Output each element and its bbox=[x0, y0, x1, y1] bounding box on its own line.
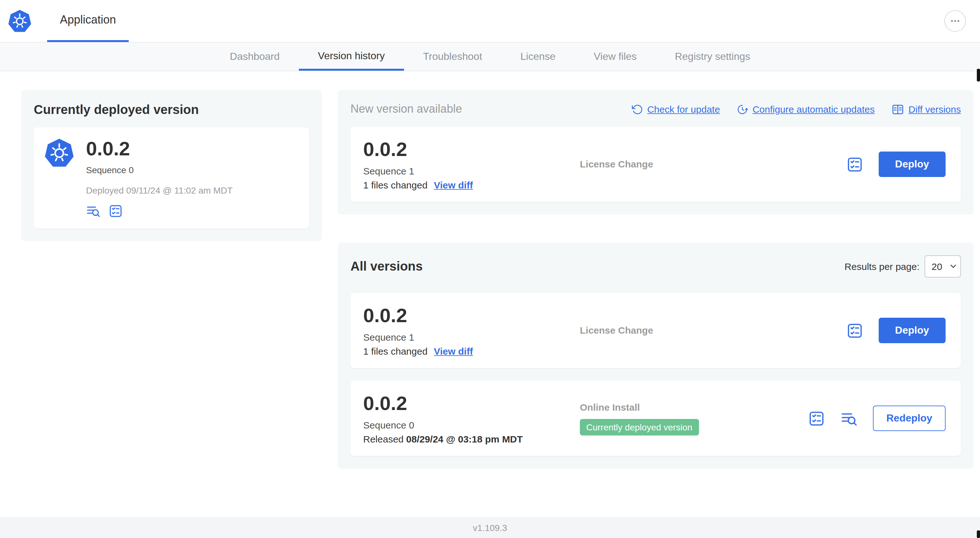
currently-deployed-card: Currently deployed version bbox=[21, 90, 322, 241]
deployed-version-actions bbox=[86, 204, 232, 218]
results-per-page-select[interactable]: 20 bbox=[924, 255, 961, 278]
files-changed-line: 1 files changed View diff bbox=[363, 179, 580, 190]
nav-tab-label: Troubleshoot bbox=[423, 51, 482, 62]
auto-update-icon bbox=[737, 103, 748, 115]
released-date: 08/29/24 @ 03:18 pm MDT bbox=[406, 433, 523, 444]
deploy-button[interactable]: Deploy bbox=[878, 318, 946, 343]
results-per-page-label: Results per page: bbox=[845, 261, 920, 272]
ellipsis-icon bbox=[949, 15, 961, 27]
all-versions-card: All versions Results per page: 20 bbox=[338, 243, 974, 468]
deployed-version-card: 0.0.2 Sequence 0 Deployed 09/11/24 @ 11:… bbox=[34, 127, 309, 229]
version-info: 0.0.2 Sequence 0 Released08/29/24 @ 03:1… bbox=[363, 392, 580, 444]
admin-console-page: Application Dashboard Version history Tr… bbox=[0, 0, 980, 538]
files-changed-label: 1 files changed bbox=[363, 346, 428, 357]
check-for-update-link[interactable]: Check for update bbox=[631, 103, 720, 115]
deployed-timestamp: Deployed 09/11/24 @ 11:02 am MDT bbox=[86, 185, 232, 195]
release-notes-icon bbox=[108, 204, 123, 218]
nav-tab-license[interactable]: License bbox=[501, 43, 574, 71]
release-notes-button[interactable] bbox=[846, 156, 863, 173]
tab-application-label: Application bbox=[60, 13, 116, 27]
nav-tab-version-history[interactable]: Version history bbox=[299, 43, 404, 71]
right-column: New version available Check for update bbox=[338, 90, 974, 468]
version-source: License Change bbox=[580, 325, 653, 335]
redeploy-button[interactable]: Redeploy bbox=[873, 406, 946, 431]
version-number: 0.0.2 bbox=[86, 138, 232, 160]
release-notes-button[interactable] bbox=[808, 410, 825, 427]
nav-tab-registry-settings[interactable]: Registry settings bbox=[655, 43, 769, 71]
release-notes-button[interactable] bbox=[108, 204, 123, 218]
version-row-actions: Deploy bbox=[846, 152, 948, 177]
released-timestamp: Released08/29/24 @ 03:18 pm MDT bbox=[363, 433, 580, 444]
tab-application[interactable]: Application bbox=[47, 0, 129, 42]
all-versions-title: All versions bbox=[350, 259, 423, 274]
scrollbar-thumb[interactable] bbox=[977, 69, 980, 81]
deploy-button[interactable]: Deploy bbox=[878, 152, 946, 177]
release-notes-icon bbox=[846, 156, 863, 173]
new-version-header: New version available Check for update bbox=[350, 103, 961, 116]
nav-tab-label: Registry settings bbox=[675, 51, 750, 62]
view-diff-link[interactable]: View diff bbox=[434, 346, 473, 357]
release-notes-icon bbox=[808, 410, 825, 427]
results-per-page-select-wrap: 20 bbox=[924, 255, 961, 278]
release-notes-icon bbox=[846, 322, 863, 339]
version-actions: Check for update Configure automatic upd… bbox=[631, 103, 961, 116]
version-info: 0.0.2 Sequence 1 1 files changed View di… bbox=[363, 304, 580, 357]
sequence-label: Sequence 0 bbox=[86, 165, 232, 175]
new-version-row: 0.0.2 Sequence 1 1 files changed View di… bbox=[350, 127, 961, 202]
app-footer: v1.109.3 bbox=[0, 517, 980, 538]
version-number: 0.0.2 bbox=[363, 304, 580, 327]
kubernetes-icon bbox=[8, 9, 32, 33]
version-source-cell: License Change bbox=[580, 325, 846, 336]
main-content: Currently deployed version bbox=[0, 71, 980, 468]
version-row-sequence-0: 0.0.2 Sequence 0 Released08/29/24 @ 03:1… bbox=[350, 381, 961, 456]
deployed-version-details: 0.0.2 Sequence 0 Deployed 09/11/24 @ 11:… bbox=[86, 138, 232, 218]
app-header: Application bbox=[0, 0, 980, 43]
nav-tab-view-files[interactable]: View files bbox=[575, 43, 656, 71]
scrollbar-thumb[interactable] bbox=[977, 530, 980, 538]
release-notes-button[interactable] bbox=[846, 322, 863, 339]
kubernetes-icon bbox=[44, 138, 75, 168]
nav-tab-label: View files bbox=[594, 51, 637, 62]
version-source: Online Install bbox=[580, 402, 808, 412]
check-for-update-label: Check for update bbox=[647, 104, 720, 114]
diff-versions-link[interactable]: Diff versions bbox=[891, 103, 961, 116]
diff-icon bbox=[891, 103, 904, 116]
new-version-card: New version available Check for update bbox=[338, 90, 974, 214]
version-row-sequence-1: 0.0.2 Sequence 1 1 files changed View di… bbox=[350, 293, 961, 368]
sequence-label: Sequence 0 bbox=[363, 420, 580, 430]
version-number: 0.0.2 bbox=[363, 392, 580, 415]
app-logo bbox=[0, 0, 41, 42]
version-info: 0.0.2 Sequence 1 1 files changed View di… bbox=[363, 138, 580, 190]
nav-tab-label: License bbox=[520, 51, 555, 62]
view-logs-button[interactable] bbox=[840, 410, 858, 427]
configure-automatic-updates-link[interactable]: Configure automatic updates bbox=[737, 103, 875, 115]
version-source-cell: Online Install Currently deployed versio… bbox=[580, 402, 808, 435]
sequence-label: Sequence 1 bbox=[363, 332, 580, 343]
nav-tab-label: Dashboard bbox=[230, 51, 280, 62]
view-logs-button[interactable] bbox=[86, 204, 101, 218]
released-prefix: Released bbox=[363, 433, 404, 444]
view-diff-link[interactable]: View diff bbox=[434, 179, 473, 190]
all-versions-header: All versions Results per page: 20 bbox=[350, 255, 961, 278]
version-source: License Change bbox=[580, 159, 653, 169]
nav-tab-troubleshoot[interactable]: Troubleshoot bbox=[404, 43, 501, 71]
results-per-page: Results per page: 20 bbox=[845, 255, 961, 278]
files-changed-line: 1 files changed View diff bbox=[363, 346, 580, 357]
version-source-cell: License Change bbox=[580, 159, 846, 170]
sequence-label: Sequence 1 bbox=[363, 165, 580, 176]
files-changed-label: 1 files changed bbox=[363, 179, 428, 190]
version-row-actions: Deploy bbox=[846, 318, 948, 343]
currently-deployed-badge: Currently deployed version bbox=[580, 419, 699, 435]
header-actions bbox=[944, 0, 980, 42]
new-version-title: New version available bbox=[350, 103, 462, 116]
secondary-nav: Dashboard Version history Troubleshoot L… bbox=[0, 43, 980, 71]
nav-tab-label: Version history bbox=[318, 50, 385, 62]
app-version: v1.109.3 bbox=[473, 522, 507, 533]
currently-deployed-title: Currently deployed version bbox=[34, 103, 309, 117]
diff-versions-label: Diff versions bbox=[908, 104, 961, 114]
nav-tab-dashboard[interactable]: Dashboard bbox=[211, 43, 299, 71]
version-row-actions: Redeploy bbox=[808, 406, 948, 431]
logs-icon bbox=[86, 204, 101, 218]
overflow-menu-button[interactable] bbox=[944, 10, 966, 32]
refresh-icon bbox=[631, 103, 643, 115]
